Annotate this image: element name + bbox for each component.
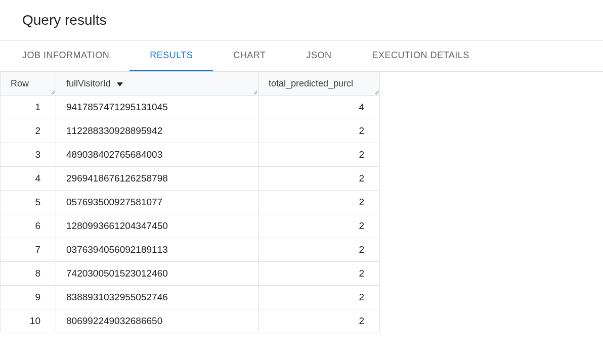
fullvisitorid-cell: 489038402765684003 — [56, 143, 259, 167]
table-row: 34890384027656840032 — [1, 143, 380, 167]
column-header-fullvisitorid-label: fullVisitorId — [66, 78, 111, 89]
fullvisitorid-cell: 7420300501523012460 — [56, 262, 259, 286]
fullvisitorid-cell: 112288330928895942 — [56, 119, 259, 143]
total-predicted-purchases-cell: 2 — [259, 238, 380, 262]
total-predicted-purchases-cell: 4 — [259, 96, 380, 119]
row-number-cell: 5 — [1, 191, 56, 214]
tab-json[interactable]: JSON — [286, 41, 352, 71]
sort-desc-icon — [117, 78, 123, 89]
table-row: 703763940560921891132 — [1, 238, 380, 262]
total-predicted-purchases-cell: 2 — [259, 119, 380, 143]
row-number-cell: 10 — [1, 309, 56, 333]
row-number-cell: 1 — [1, 96, 56, 119]
table-row: 21122883309288959422 — [1, 119, 380, 143]
fullvisitorid-cell: 8388931032955052746 — [56, 286, 259, 309]
results-table-wrapper: Row fullVisitorId total_predicted_purcl — [0, 72, 379, 333]
row-number-cell: 6 — [1, 214, 56, 238]
tab-results[interactable]: RESULTS — [130, 41, 213, 71]
page-title: Query results — [0, 0, 603, 40]
row-number-cell: 7 — [1, 238, 56, 262]
tabs-container: JOB INFORMATION RESULTS CHART JSON EXECU… — [0, 40, 603, 72]
column-header-fullvisitorid[interactable]: fullVisitorId — [56, 72, 259, 96]
total-predicted-purchases-cell: 2 — [259, 191, 380, 214]
table-row: 429694186761262587982 — [1, 167, 380, 191]
resize-handle-icon[interactable] — [252, 89, 257, 94]
total-predicted-purchases-cell: 2 — [259, 214, 380, 238]
table-row: 983889310329550527462 — [1, 286, 380, 309]
total-predicted-purchases-cell: 2 — [259, 309, 380, 333]
tab-execution-details[interactable]: EXECUTION DETAILS — [352, 41, 490, 71]
tab-job-information[interactable]: JOB INFORMATION — [0, 41, 130, 71]
fullvisitorid-cell: 1280993661204347450 — [56, 214, 259, 238]
fullvisitorid-cell: 9417857471295131045 — [56, 96, 259, 119]
column-header-total-predicted-purchases[interactable]: total_predicted_purcl — [259, 72, 380, 96]
row-number-cell: 8 — [1, 262, 56, 286]
fullvisitorid-cell: 057693500927581077 — [56, 191, 259, 214]
table-header-row: Row fullVisitorId total_predicted_purcl — [1, 72, 380, 96]
fullvisitorid-cell: 0376394056092189113 — [56, 238, 259, 262]
total-predicted-purchases-cell: 2 — [259, 167, 380, 191]
column-header-total-predicted-label: total_predicted_purcl — [269, 78, 353, 88]
resize-handle-icon[interactable] — [373, 89, 378, 94]
fullvisitorid-cell: 2969418676126258798 — [56, 167, 259, 191]
results-table: Row fullVisitorId total_predicted_purcl — [0, 72, 380, 333]
table-row: 874203005015230124602 — [1, 262, 380, 286]
fullvisitorid-cell: 806992249032686650 — [56, 309, 259, 333]
row-number-cell: 4 — [1, 167, 56, 191]
total-predicted-purchases-cell: 2 — [259, 143, 380, 167]
table-row: 50576935009275810772 — [1, 191, 380, 214]
column-header-row[interactable]: Row — [1, 72, 56, 96]
resize-handle-icon[interactable] — [50, 89, 55, 94]
table-row: 108069922490326866502 — [1, 309, 380, 333]
row-number-cell: 3 — [1, 143, 56, 167]
table-row: 194178574712951310454 — [1, 96, 380, 119]
table-row: 612809936612043474502 — [1, 214, 380, 238]
row-number-cell: 2 — [1, 119, 56, 143]
total-predicted-purchases-cell: 2 — [259, 262, 380, 286]
total-predicted-purchases-cell: 2 — [259, 286, 380, 309]
column-header-row-label: Row — [11, 78, 29, 88]
tab-chart[interactable]: CHART — [213, 41, 286, 71]
row-number-cell: 9 — [1, 286, 56, 309]
